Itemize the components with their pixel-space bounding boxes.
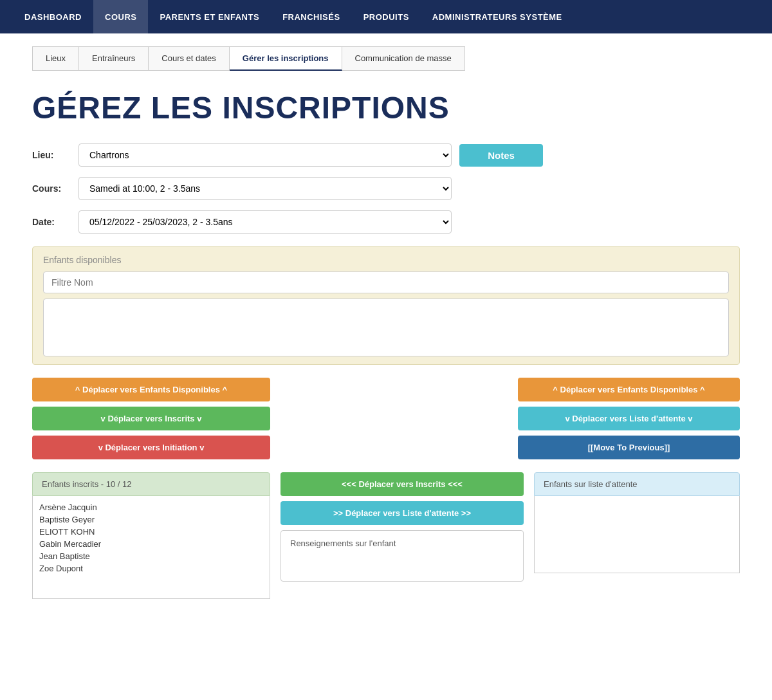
sub-tabs: Lieux Entraîneurs Cours et dates Gérer l… — [32, 46, 740, 71]
inscription-form: Lieu: ChartronsBordeaux CentreMérignac N… — [32, 143, 740, 234]
renseignements-box: Renseignements sur l'enfant — [280, 530, 524, 582]
enrolled-child-item[interactable]: Gabin Mercadier — [39, 538, 263, 550]
enfants-disponibles-list — [44, 299, 728, 356]
move-to-initiation-button[interactable]: v Déplacer vers Initiation v — [32, 436, 270, 459]
cours-select[interactable]: Samedi at 10:00, 2 - 3.5ansDimanche at 1… — [78, 177, 452, 200]
enrolled-child-item[interactable]: Jean Baptiste — [39, 550, 263, 562]
enrolled-child-item[interactable]: Zoe Dupont — [39, 562, 263, 575]
enfants-disponibles-title: Enfants disponibles — [43, 255, 729, 265]
filter-nom-input[interactable] — [43, 272, 729, 293]
lieu-label: Lieu: — [32, 150, 71, 160]
date-label: Date: — [32, 217, 71, 227]
tab-lieux[interactable]: Lieux — [32, 46, 79, 71]
nav-dashboard[interactable]: DASHBOARD — [13, 0, 93, 33]
nav-administrateurs[interactable]: ADMINISTRATEURS SYSTÈME — [421, 0, 574, 33]
tab-entraineurs[interactable]: Entraîneurs — [79, 46, 149, 71]
cours-row: Cours: Samedi at 10:00, 2 - 3.5ansDimanc… — [32, 177, 740, 200]
nav-franchises[interactable]: FRANCHISÉS — [271, 0, 352, 33]
tab-gerer-inscriptions[interactable]: Gérer les inscriptions — [230, 46, 342, 71]
middle-section: <<< Déplacer vers Inscrits <<< >> Déplac… — [280, 472, 524, 582]
action-buttons-row: ^ Déplacer vers Enfants Disponibles ^ v … — [32, 378, 740, 459]
waitlist-section: Enfants sur liste d'attente — [534, 472, 740, 573]
renseignements-label: Renseignements sur l'enfant — [290, 539, 396, 548]
move-to-inscrits-center-button[interactable]: <<< Déplacer vers Inscrits <<< — [280, 472, 524, 496]
right-action-buttons: ^ Déplacer vers Enfants Disponibles ^ v … — [518, 378, 740, 459]
date-row: Date: 05/12/2022 - 25/03/2023, 2 - 3.5an… — [32, 210, 740, 234]
tab-communication[interactable]: Communication de masse — [342, 46, 465, 71]
tab-cours-dates[interactable]: Cours et dates — [149, 46, 230, 71]
bottom-section: Enfants inscrits - 10 / 12 Arsène Jacqui… — [32, 472, 740, 599]
date-select[interactable]: 05/12/2022 - 25/03/2023, 2 - 3.5ans — [78, 210, 452, 234]
enfants-disponibles-section: Enfants disponibles — [32, 246, 740, 365]
enrolled-child-item[interactable]: Arsène Jacquin — [39, 501, 263, 513]
move-to-waitlist-button[interactable]: v Déplacer vers Liste d'attente v — [518, 407, 740, 430]
nav-produits[interactable]: PRODUITS — [352, 0, 421, 33]
move-to-inscrits-button[interactable]: v Déplacer vers Inscrits v — [32, 407, 270, 430]
enrolled-list[interactable]: Arsène JacquinBaptiste GeyerELIOTT KOHNG… — [32, 496, 270, 599]
nav-parents-enfants[interactable]: PARENTS ET ENFANTS — [148, 0, 271, 33]
lieu-select[interactable]: ChartronsBordeaux CentreMérignac — [78, 143, 452, 167]
notes-button[interactable]: Notes — [459, 144, 543, 167]
waitlist-header: Enfants sur liste d'attente — [534, 472, 740, 496]
cours-label: Cours: — [32, 183, 71, 194]
waitlist-list[interactable] — [534, 496, 740, 573]
top-navigation: DASHBOARD COURS PARENTS ET ENFANTS FRANC… — [0, 0, 772, 33]
lieu-row: Lieu: ChartronsBordeaux CentreMérignac N… — [32, 143, 740, 167]
page-title: GÉREZ LES INSCRIPTIONS — [32, 90, 740, 125]
enrolled-header: Enfants inscrits - 10 / 12 — [32, 472, 270, 496]
move-to-available-right-button[interactable]: ^ Déplacer vers Enfants Disponibles ^ — [518, 378, 740, 401]
move-to-waitlist-center-button[interactable]: >> Déplacer vers Liste d'attente >> — [280, 501, 524, 525]
enrolled-child-item[interactable]: ELIOTT KOHN — [39, 526, 263, 538]
move-to-available-left-button[interactable]: ^ Déplacer vers Enfants Disponibles ^ — [32, 378, 270, 401]
nav-cours[interactable]: COURS — [93, 0, 148, 33]
enfants-disponibles-listbox[interactable] — [43, 299, 729, 356]
enrolled-section: Enfants inscrits - 10 / 12 Arsène Jacqui… — [32, 472, 270, 599]
move-to-previous-button[interactable]: [[Move To Previous]] — [518, 436, 740, 459]
enrolled-child-item[interactable]: Baptiste Geyer — [39, 513, 263, 526]
left-action-buttons: ^ Déplacer vers Enfants Disponibles ^ v … — [32, 378, 270, 459]
